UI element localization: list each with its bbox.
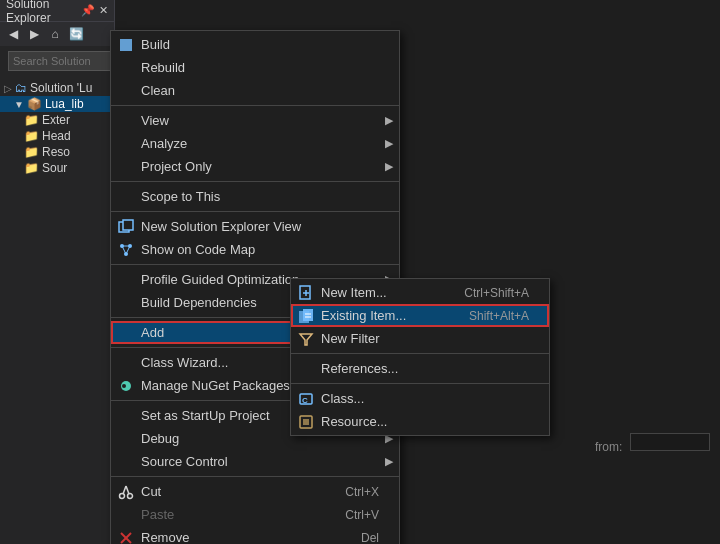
submenu-item-new-filter[interactable]: New Filter xyxy=(291,327,549,350)
svg-rect-0 xyxy=(120,39,132,51)
submenu-label: New Filter xyxy=(321,331,380,346)
cut-icon xyxy=(117,483,135,501)
folder-icon: 📁 xyxy=(24,113,39,127)
tree-item-reso[interactable]: 📁 Reso xyxy=(0,144,114,160)
new-sol-icon xyxy=(117,218,135,236)
svg-point-11 xyxy=(120,493,125,498)
submenu-item-new-item[interactable]: New Item... Ctrl+Shift+A xyxy=(291,281,549,304)
solution-icon: 🗂 xyxy=(15,81,27,95)
menu-label: Add xyxy=(141,325,164,340)
search-input[interactable] xyxy=(8,51,114,71)
search-container xyxy=(0,46,114,76)
menu-label: Cut xyxy=(141,484,161,499)
folder-label: Head xyxy=(42,129,71,143)
submenu-arrow-icon: ▶ xyxy=(385,160,393,173)
class-icon: C xyxy=(297,390,315,408)
separator xyxy=(111,476,399,477)
folder-label: Reso xyxy=(42,145,70,159)
sync-btn[interactable]: 🔄 xyxy=(67,25,85,43)
close-icon[interactable]: ✕ xyxy=(99,4,108,17)
new-item-icon xyxy=(297,284,315,302)
menu-label: Paste xyxy=(141,507,174,522)
menu-label: Source Control xyxy=(141,454,228,469)
project-icon: 📦 xyxy=(27,97,42,111)
code-map-icon xyxy=(117,241,135,259)
submenu-label: New Item... xyxy=(321,285,387,300)
se-title: Solution Explorer xyxy=(6,0,81,25)
menu-item-rebuild[interactable]: Rebuild xyxy=(111,56,399,79)
menu-label: Build Dependencies xyxy=(141,295,257,310)
folder-label: Sour xyxy=(42,161,67,175)
svg-point-10 xyxy=(122,384,126,388)
menu-item-paste[interactable]: Paste Ctrl+V xyxy=(111,503,399,526)
submenu-item-resource[interactable]: Resource... xyxy=(291,410,549,433)
menu-label: Class Wizard... xyxy=(141,355,228,370)
solution-explorer: Solution Explorer 📌 ✕ ◀ ▶ ⌂ 🔄 ▷ 🗂 Soluti… xyxy=(0,0,115,544)
separator xyxy=(111,181,399,182)
pin-icon[interactable]: 📌 xyxy=(81,4,95,17)
svg-line-13 xyxy=(123,486,126,494)
home-btn[interactable]: ⌂ xyxy=(46,25,64,43)
tree-item-head[interactable]: 📁 Head xyxy=(0,128,114,144)
submenu-item-references[interactable]: References... xyxy=(291,357,549,380)
menu-label: Profile Guided Optimization xyxy=(141,272,299,287)
menu-label: Scope to This xyxy=(141,189,220,204)
menu-item-source-control[interactable]: Source Control ▶ xyxy=(111,450,399,473)
resource-icon xyxy=(297,413,315,431)
forward-btn[interactable]: ▶ xyxy=(25,25,43,43)
tree-item-sour[interactable]: 📁 Sour xyxy=(0,160,114,176)
from-label: from: xyxy=(595,440,622,454)
menu-label: Remove xyxy=(141,530,189,544)
folder-label: Exter xyxy=(42,113,70,127)
separator xyxy=(291,383,549,384)
menu-label: View xyxy=(141,113,169,128)
menu-label: New Solution Explorer View xyxy=(141,219,301,234)
menu-item-clean[interactable]: Clean xyxy=(111,79,399,102)
se-tree: ▷ 🗂 Solution 'Lu ▼ 📦 Lua_lib 📁 Exter 📁 H… xyxy=(0,76,114,180)
menu-label: Project Only xyxy=(141,159,212,174)
menu-item-analyze[interactable]: Analyze ▶ xyxy=(111,132,399,155)
tree-item-exter[interactable]: 📁 Exter xyxy=(0,112,114,128)
from-panel: from: xyxy=(595,433,710,454)
submenu-item-class[interactable]: C Class... xyxy=(291,387,549,410)
submenu-label: Class... xyxy=(321,391,364,406)
menu-item-new-sol-view[interactable]: New Solution Explorer View xyxy=(111,215,399,238)
folder-icon: 📁 xyxy=(24,129,39,143)
shortcut-label: Ctrl+Shift+A xyxy=(444,286,529,300)
menu-item-scope[interactable]: Scope to This xyxy=(111,185,399,208)
se-titlebar-icons: 📌 ✕ xyxy=(81,4,108,17)
tree-item-solution[interactable]: ▷ 🗂 Solution 'Lu xyxy=(0,80,114,96)
submenu-label: Existing Item... xyxy=(321,308,406,323)
arrow-icon: ▷ xyxy=(4,83,12,94)
menu-item-project-only[interactable]: Project Only ▶ xyxy=(111,155,399,178)
menu-label: Rebuild xyxy=(141,60,185,75)
menu-label: Set as StartUp Project xyxy=(141,408,270,423)
arrow-icon: ▼ xyxy=(14,99,24,110)
menu-item-remove[interactable]: Remove Del xyxy=(111,526,399,544)
folder-icon: 📁 xyxy=(24,145,39,159)
menu-label: Build xyxy=(141,37,170,52)
existing-item-icon xyxy=(297,307,315,325)
menu-item-code-map[interactable]: Show on Code Map xyxy=(111,238,399,261)
svg-point-12 xyxy=(128,493,133,498)
menu-label: Analyze xyxy=(141,136,187,151)
shortcut-label: Shift+Alt+A xyxy=(449,309,529,323)
shortcut-label: Ctrl+V xyxy=(325,508,379,522)
separator xyxy=(111,105,399,106)
build-icon xyxy=(117,36,135,54)
tree-item-lua-lib[interactable]: ▼ 📦 Lua_lib xyxy=(0,96,114,112)
submenu-arrow-icon: ▶ xyxy=(385,137,393,150)
menu-item-view[interactable]: View ▶ xyxy=(111,109,399,132)
submenu-arrow-icon: ▶ xyxy=(385,455,393,468)
nuget-icon xyxy=(117,377,135,395)
folder-icon: 📁 xyxy=(24,161,39,175)
svg-rect-2 xyxy=(123,220,133,230)
menu-label: Show on Code Map xyxy=(141,242,255,257)
menu-label: Manage NuGet Packages... xyxy=(141,378,301,393)
menu-item-build[interactable]: Build xyxy=(111,33,399,56)
submenu-item-existing-item[interactable]: Existing Item... Shift+Alt+A xyxy=(291,304,549,327)
menu-label: Clean xyxy=(141,83,175,98)
menu-item-cut[interactable]: Cut Ctrl+X xyxy=(111,480,399,503)
remove-icon xyxy=(117,529,135,545)
back-btn[interactable]: ◀ xyxy=(4,25,22,43)
